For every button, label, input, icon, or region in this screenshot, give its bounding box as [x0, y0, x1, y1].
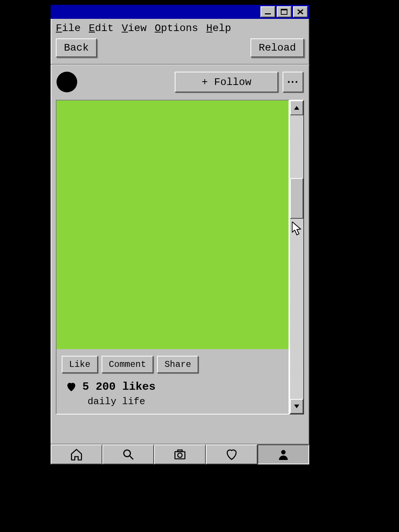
feed-area: Like Comment Share 5 200 likes daily lif… [56, 100, 304, 415]
comment-button[interactable]: Comment [102, 356, 154, 373]
like-button[interactable]: Like [62, 356, 98, 373]
ellipsis-icon: ··· [287, 76, 299, 88]
menu-help-label: elp [212, 23, 231, 34]
nav-activity[interactable] [206, 444, 258, 464]
chevron-down-icon [294, 405, 299, 408]
maximize-button[interactable] [277, 6, 291, 17]
nav-home[interactable] [51, 444, 102, 464]
likes-count: 5 200 likes [82, 381, 156, 393]
nav-search[interactable] [102, 444, 154, 464]
chevron-up-icon [294, 106, 299, 110]
minimize-button[interactable] [260, 6, 275, 17]
post-image[interactable] [57, 100, 289, 349]
home-icon [70, 448, 83, 461]
svg-line-8 [130, 456, 133, 460]
bottom-nav [51, 444, 309, 464]
nav-camera[interactable] [154, 444, 206, 464]
svg-marker-5 [294, 106, 299, 110]
scroll-up-button[interactable] [290, 100, 303, 115]
post-actions: Like Comment Share [57, 349, 289, 376]
svg-marker-6 [294, 405, 299, 408]
follow-button[interactable]: + Follow [175, 72, 278, 92]
toolbar: Back Reload [51, 38, 309, 64]
svg-point-10 [178, 453, 182, 457]
post-meta: 5 200 likes daily life [57, 376, 289, 414]
likes-row: 5 200 likes [65, 381, 283, 393]
menu-options-label: ptions [161, 23, 198, 34]
svg-rect-2 [281, 9, 287, 10]
menu-file-label: ile [62, 23, 81, 34]
search-icon [122, 448, 135, 461]
reload-button[interactable]: Reload [250, 38, 304, 57]
camera-icon [173, 448, 187, 461]
svg-rect-11 [178, 450, 182, 452]
menu-view-label: iew [128, 23, 146, 34]
menu-edit-label: dit [95, 23, 113, 34]
menubar: File Edit View Options Help [51, 19, 309, 38]
scrollbar-thumb[interactable] [290, 178, 303, 219]
feed-panel: Like Comment Share 5 200 likes daily lif… [56, 100, 289, 415]
nav-profile[interactable] [258, 444, 309, 464]
avatar[interactable] [57, 72, 77, 92]
menu-edit[interactable]: Edit [89, 23, 113, 34]
menu-help[interactable]: Help [206, 23, 231, 34]
titlebar [51, 5, 309, 19]
svg-point-7 [124, 450, 130, 457]
close-button[interactable] [293, 6, 308, 17]
menu-file[interactable]: File [56, 23, 81, 34]
heart-icon [65, 381, 77, 393]
scrollbar-track[interactable] [290, 115, 303, 399]
more-options-button[interactable]: ··· [283, 72, 303, 92]
scroll-down-button[interactable] [290, 399, 303, 414]
scrollbar[interactable] [289, 100, 304, 415]
share-button[interactable]: Share [157, 356, 198, 373]
profile-icon [277, 448, 290, 461]
menu-options[interactable]: Options [155, 23, 198, 34]
post-caption: daily life [65, 396, 283, 407]
app-window: File Edit View Options Help Back Reload … [50, 4, 310, 466]
svg-point-12 [281, 450, 286, 454]
heart-outline-icon [225, 448, 238, 461]
svg-rect-0 [265, 13, 271, 14]
back-button[interactable]: Back [56, 38, 97, 57]
divider [51, 64, 309, 65]
profile-header: + Follow ··· [51, 72, 309, 100]
menu-view[interactable]: View [122, 23, 146, 34]
